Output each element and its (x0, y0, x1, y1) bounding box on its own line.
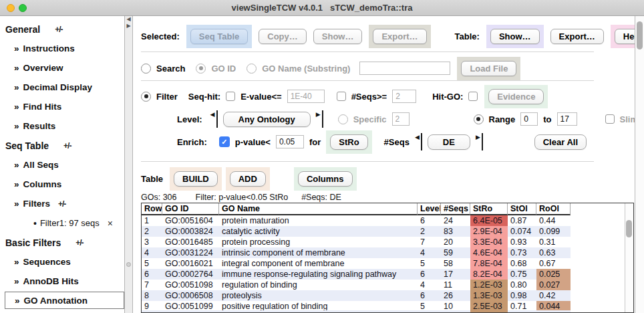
export-selected-button[interactable]: Export… (373, 29, 426, 44)
sidebar-item-find-hits[interactable]: »Find Hits (0, 97, 124, 116)
column-header-rool[interactable]: RoOl (536, 203, 571, 215)
cell-stro: 8.2E-04 (470, 269, 508, 280)
build-button[interactable]: BUILD (174, 171, 218, 187)
cell-row: 6 (142, 269, 162, 280)
column-header-stol[interactable]: StOl (508, 203, 536, 215)
cell-nseqs: 17 (441, 269, 470, 280)
range-radio[interactable] (474, 114, 484, 124)
sidebar-item-results[interactable]: »Results (0, 116, 124, 136)
collapse-left-icon[interactable]: ◀ (126, 16, 130, 23)
divider-handle[interactable] (126, 262, 131, 267)
seqs-next-icon[interactable]: ▶ (476, 134, 480, 140)
go-table-row-6[interactable]: 6GO:0002764immune response-regulating si… (142, 269, 633, 280)
gos-count: GOs: 306 (141, 193, 177, 202)
cell-rool: 0.63 (536, 247, 571, 258)
sidebar-item-all-seqs[interactable]: »All Seqs (0, 155, 124, 175)
sidebar-item-filter1-97-seqs[interactable]: •Filter1: 97 seqs× (0, 213, 124, 233)
sidebar-item-annodb-hits[interactable]: »AnnoDB Hits (0, 272, 124, 291)
enrich-checkbox[interactable]: ✓ (219, 136, 230, 147)
show-selected-button[interactable]: Show… (313, 29, 363, 44)
range-from-input[interactable] (520, 112, 538, 126)
table-export-button[interactable]: Export… (550, 29, 604, 44)
column-header-level[interactable]: Level (418, 203, 441, 215)
main-scrollbar-thumb[interactable] (637, 21, 643, 49)
go-table-row-7[interactable]: 7GO:0051098regulation of binding4111.2E-… (142, 280, 633, 290)
load-file-button[interactable]: Load File (461, 61, 516, 76)
row-filler (571, 247, 633, 258)
go-name-radio[interactable] (247, 64, 257, 74)
plus-minus-toggle-icon[interactable]: +/- (75, 238, 83, 247)
table-scrollbar-thumb[interactable] (626, 220, 632, 237)
sidebar-item-go-annotation[interactable]: »GO Annotation (5, 292, 124, 309)
nseqs-input[interactable] (392, 90, 416, 103)
sidebar-item-basic-filters[interactable]: Basic Filters+/- (0, 233, 124, 252)
cell-level: 4 (418, 247, 441, 258)
ontology-next-icon[interactable]: ▶ (316, 111, 321, 118)
copy-button[interactable]: Copy… (259, 29, 307, 44)
column-header-go-id[interactable]: GO ID (162, 203, 219, 215)
columns-button[interactable]: Columns (298, 171, 353, 187)
nseqs-checkbox[interactable] (337, 92, 346, 101)
evalue-input[interactable] (287, 90, 325, 103)
sidebar-item-seq-table[interactable]: Seq Table+/- (0, 136, 124, 155)
slim-checkbox[interactable] (605, 114, 615, 124)
seq-table-button[interactable]: Seq Table (190, 29, 248, 44)
search-input[interactable] (359, 62, 450, 75)
sidebar-item-general[interactable]: General+/- (0, 19, 124, 39)
column-header-go-name[interactable]: GO Name (219, 203, 418, 215)
sidebar-item-instructions[interactable]: »Instructions (0, 39, 124, 58)
minimize-button[interactable] (7, 4, 15, 12)
hit-go-checkbox[interactable] (468, 92, 478, 101)
add-button[interactable]: ADD (230, 171, 266, 187)
seqs-prev-icon[interactable]: ◀ (415, 134, 420, 140)
go-table-row-2[interactable]: 2GO:0003824catalytic activity2832.9E-040… (142, 226, 633, 237)
evidence-button[interactable]: Evidence (488, 89, 544, 104)
sidebar-item-decimal-display[interactable]: »Decimal Display (0, 78, 124, 97)
ontology-button[interactable]: Any Ontology (223, 112, 311, 127)
close-filter-icon[interactable]: × (108, 218, 113, 229)
go-table-row-3[interactable]: 3GO:0016485protein processing7203.3E-040… (142, 237, 633, 247)
go-id-radio[interactable] (196, 64, 206, 74)
table-show-button[interactable]: Show… (490, 29, 540, 44)
search-radio[interactable] (141, 64, 151, 74)
cell-go_id: GO:0002764 (162, 269, 219, 280)
plus-minus-toggle-icon[interactable]: +/- (55, 25, 62, 34)
table-show-halo: Show… (486, 25, 544, 48)
plus-minus-toggle-icon[interactable]: +/- (58, 199, 65, 209)
column-header--seqs[interactable]: #Seqs (441, 203, 470, 215)
zoom-button[interactable] (19, 4, 27, 12)
seqs-set-button[interactable]: DE (428, 134, 470, 150)
pvalue-input[interactable] (276, 135, 304, 148)
table-status-row: GOs: 306 Filter: p-value<0.05 StRo #Seqs… (141, 191, 341, 203)
specific-radio[interactable] (338, 114, 348, 124)
sidebar-item-sequences[interactable]: »Sequences (0, 252, 124, 272)
plus-minus-toggle-icon[interactable]: +/- (63, 141, 71, 150)
method-button[interactable]: StRo (330, 134, 367, 150)
filter-label: Filter (156, 92, 178, 102)
evalue-label: E-value<= (240, 92, 281, 102)
help-button[interactable]: Help… (615, 29, 635, 44)
column-header-row[interactable]: Row (142, 203, 162, 215)
cell-stol: 0.75 (508, 269, 536, 280)
clear-all-button[interactable]: Clear All (534, 134, 587, 150)
go-table-row-4[interactable]: 4GO:0031224intrinsic component of membra… (142, 247, 633, 258)
collapse-right-icon[interactable]: ▶ (126, 23, 130, 29)
evalue-checkbox[interactable] (226, 92, 235, 101)
sidebar-item-filters[interactable]: »Filters+/- (0, 194, 124, 213)
split-divider[interactable]: ◀ ▶ (124, 16, 133, 313)
load-file-halo: Load File (457, 57, 520, 80)
go-table-row-1[interactable]: 1GO:0051604protein maturation6246.4E-050… (142, 215, 633, 226)
sidebar-item-label: Results (23, 121, 56, 131)
go-table-row-5[interactable]: 5GO:0016021integral component of membran… (142, 258, 633, 269)
help-halo: Help… (611, 25, 635, 48)
ontology-prev-icon[interactable]: ◀ (210, 111, 215, 118)
cell-go_id: GO:0051098 (162, 280, 219, 290)
sidebar-item-columns[interactable]: »Columns (0, 175, 124, 194)
go-table-row-8[interactable]: 8GO:0006508proteolysis6261.3E-030.980.42 (142, 290, 633, 301)
filter-radio[interactable] (141, 92, 151, 102)
sidebar-item-overview[interactable]: »Overview (0, 58, 124, 78)
cell-stol: 0.68 (508, 258, 536, 269)
range-to-input[interactable] (557, 112, 577, 126)
column-header-stro[interactable]: StRo (470, 203, 508, 215)
specific-input[interactable] (392, 112, 410, 126)
